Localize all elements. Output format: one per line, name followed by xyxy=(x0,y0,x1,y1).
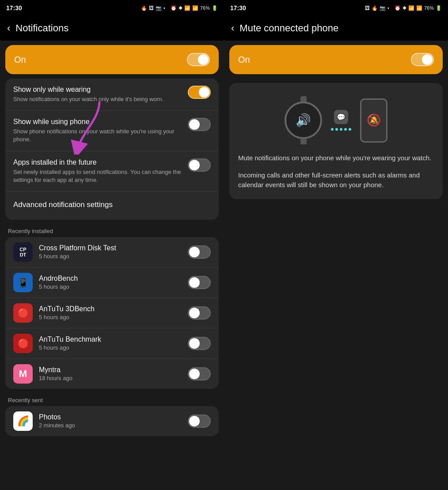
left-on-toggle-knob xyxy=(198,54,209,65)
left-on-label: On xyxy=(14,55,26,65)
app-info-photos: Photos 2 minutes ago xyxy=(39,413,188,429)
fire-icon: 🔥 xyxy=(141,5,147,11)
app-time-photos: 2 minutes ago xyxy=(39,422,188,429)
show-while-using-phone-toggle[interactable] xyxy=(188,118,211,131)
right-fire-icon: 🔥 xyxy=(372,5,378,11)
battery-icon: 🔋 xyxy=(212,5,218,11)
app-toggle-cpdt[interactable] xyxy=(188,245,211,259)
show-while-wearing-text: Show only while wearing Show notificatio… xyxy=(13,86,188,103)
recently-installed-label: Recently installed xyxy=(0,223,224,237)
right-page-title: Mute connected phone xyxy=(239,23,338,34)
left-status-bar: 17:30 🔥 🖼 📷 • ⏰ ✱ 📶 📶 76% 🔋 xyxy=(0,0,224,16)
show-while-wearing-toggle[interactable] xyxy=(188,86,211,99)
left-status-icons: 🔥 🖼 📷 • ⏰ ✱ 📶 📶 76% 🔋 xyxy=(141,5,218,11)
app-time-antutu: 5 hours ago xyxy=(39,344,188,351)
right-bluetooth-icon: ✱ xyxy=(402,5,406,11)
app-icon-antutu: 🔴 xyxy=(13,334,33,353)
camera-icon: 📷 xyxy=(156,5,162,11)
app-row-cpdt[interactable]: CPDT Cross Platform Disk Test 5 hours ag… xyxy=(5,237,219,268)
notification-bubble: 💬 xyxy=(334,110,348,124)
phone-icon: 🔕 xyxy=(360,98,387,143)
right-signal-icon: 📶 xyxy=(416,5,422,11)
right-alarm-icon: ⏰ xyxy=(395,5,401,11)
mute-info-paragraph2: Incoming calls and other full-screen ale… xyxy=(238,170,434,190)
bluetooth-icon: ✱ xyxy=(178,5,182,11)
right-status-icons: 🖼 🔥 📷 • ⏰ ✱ 📶 📶 76% 🔋 xyxy=(365,5,442,11)
app-row-photos[interactable]: 🌈 Photos 2 minutes ago xyxy=(5,406,219,436)
dot2 xyxy=(335,128,338,131)
app-row-myntra[interactable]: M Myntra 18 hours ago xyxy=(5,359,219,389)
dot3 xyxy=(340,128,342,131)
app-name-antutu: AnTuTu Benchmark xyxy=(39,335,188,343)
alarm-icon: ⏰ xyxy=(171,5,177,11)
show-while-wearing-knob xyxy=(199,87,209,98)
right-on-toggle-knob xyxy=(422,54,433,65)
apps-installed-future-title: Apps installed in the future xyxy=(13,158,182,166)
mute-info-card: 🔊 💬 🔕 Mute notifi xyxy=(229,83,443,199)
app-time-myntra: 18 hours ago xyxy=(39,375,188,381)
app-toggle-antutu[interactable] xyxy=(188,337,211,350)
right-battery-text: 76% xyxy=(424,5,434,11)
dot4 xyxy=(344,128,347,131)
right-panel: 17:30 🖼 🔥 📷 • ⏰ ✱ 📶 📶 76% 🔋 ‹ Mute conne… xyxy=(224,0,448,490)
app-row-androbench[interactable]: 📱 AndroBench 5 hours ago xyxy=(5,268,219,298)
app-time-antutu3d: 5 hours ago xyxy=(39,314,188,320)
left-page-title: Notifications xyxy=(15,23,68,34)
signal-icon: 📶 xyxy=(192,5,198,11)
advanced-notification-settings-label: Advanced notification settings xyxy=(13,200,113,209)
left-on-banner[interactable]: On xyxy=(5,45,219,74)
dot1 xyxy=(331,128,334,131)
app-info-antutu3d: AnTuTu 3DBench 5 hours ago xyxy=(39,305,188,320)
show-while-using-phone-text: Show while using phone Show phone notifi… xyxy=(13,118,188,143)
apps-installed-future-row[interactable]: Apps installed in the future Set newly i… xyxy=(5,151,219,192)
apps-installed-future-knob xyxy=(189,160,200,170)
app-info-myntra: Myntra 18 hours ago xyxy=(39,366,188,381)
right-on-label: On xyxy=(238,55,250,65)
watch-face: 🔊 xyxy=(285,102,322,139)
app-info-androbench: AndroBench 5 hours ago xyxy=(39,275,188,290)
apps-installed-future-desc: Set newly installed apps to send notific… xyxy=(13,168,182,184)
app-info-cpdt: Cross Platform Disk Test 5 hours ago xyxy=(39,244,188,260)
watch-strap-top xyxy=(300,96,307,102)
app-row-antutu3d[interactable]: 🔴 AnTuTu 3DBench 5 hours ago xyxy=(5,298,219,328)
app-toggle-antutu3d[interactable] xyxy=(188,306,211,320)
app-icon-myntra: M xyxy=(13,364,33,384)
app-list-card: CPDT Cross Platform Disk Test 5 hours ag… xyxy=(5,237,219,389)
show-while-using-phone-row[interactable]: Show while using phone Show phone notifi… xyxy=(5,111,219,151)
app-toggle-photos[interactable] xyxy=(188,415,211,428)
right-nav-bar: ‹ Mute connected phone xyxy=(224,16,448,41)
apps-installed-future-text: Apps installed in the future Set newly i… xyxy=(13,158,188,184)
show-while-wearing-row[interactable]: Show only while wearing Show notificatio… xyxy=(5,79,219,111)
app-toggle-myntra[interactable] xyxy=(188,367,211,381)
app-icon-photos: 🌈 xyxy=(13,411,33,431)
right-time: 17:30 xyxy=(230,4,246,11)
dotted-line xyxy=(331,128,351,131)
right-on-banner[interactable]: On xyxy=(229,45,443,74)
sent-app-list-card: 🌈 Photos 2 minutes ago xyxy=(5,406,219,436)
app-row-antutu[interactable]: 🔴 AnTuTu Benchmark 5 hours ago xyxy=(5,328,219,359)
app-name-cpdt: Cross Platform Disk Test xyxy=(39,244,188,252)
show-while-using-phone-knob xyxy=(189,119,200,130)
left-settings-card: Show only while wearing Show notificatio… xyxy=(5,79,219,220)
dot-icon: • xyxy=(163,5,165,11)
mute-illustration: 🔊 💬 🔕 xyxy=(229,83,443,153)
right-on-toggle[interactable] xyxy=(411,53,434,66)
left-nav-bar: ‹ Notifications xyxy=(0,16,224,41)
right-wifi-icon: 📶 xyxy=(408,5,414,11)
image-icon: 🖼 xyxy=(149,5,154,11)
show-while-wearing-desc: Show notifications on your watch only wh… xyxy=(13,95,182,103)
left-on-toggle[interactable] xyxy=(187,53,210,66)
app-name-antutu3d: AnTuTu 3DBench xyxy=(39,305,188,313)
app-icon-antutu3d: 🔴 xyxy=(13,303,33,323)
app-time-cpdt: 5 hours ago xyxy=(39,253,188,260)
show-while-using-phone-title: Show while using phone xyxy=(13,118,182,126)
show-while-using-phone-desc: Show phone notifications on your watch w… xyxy=(13,128,182,143)
app-toggle-androbench[interactable] xyxy=(188,276,211,289)
app-icon-cpdt: CPDT xyxy=(13,242,33,262)
mute-info-paragraph1: Mute notifications on your phone while y… xyxy=(238,153,434,163)
left-back-button[interactable]: ‹ xyxy=(7,23,10,34)
right-dot-icon: • xyxy=(387,5,389,11)
right-back-button[interactable]: ‹ xyxy=(231,23,234,34)
advanced-notification-settings-row[interactable]: Advanced notification settings xyxy=(5,192,219,220)
apps-installed-future-toggle[interactable] xyxy=(188,158,211,172)
